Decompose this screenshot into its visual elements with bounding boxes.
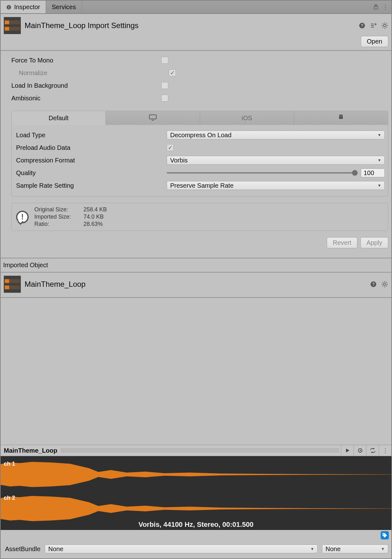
asset-label-icon[interactable] bbox=[381, 531, 389, 539]
platform-tab-default[interactable]: Default bbox=[12, 111, 106, 125]
imported-object-heading: Imported Object bbox=[1, 258, 391, 273]
tab-services[interactable]: Services bbox=[46, 1, 82, 13]
info-icon bbox=[6, 4, 12, 10]
svg-point-5 bbox=[383, 24, 386, 27]
compression-dropdown[interactable]: Vorbis ▼ bbox=[167, 156, 385, 165]
autoplay-button[interactable] bbox=[354, 445, 366, 456]
ratio-label: Ratio: bbox=[34, 221, 71, 227]
chevron-down-icon: ▼ bbox=[378, 158, 381, 162]
quality-label: Quality bbox=[16, 169, 164, 177]
svg-text:?: ? bbox=[372, 282, 375, 287]
assetbundle-label: AssetBundle bbox=[5, 545, 40, 553]
assetbundle-name-dropdown[interactable]: None ▼ bbox=[45, 544, 318, 553]
chevron-down-icon: ▼ bbox=[378, 183, 381, 188]
assetbundle-variant-dropdown[interactable]: None ▼ bbox=[322, 544, 388, 553]
gear-icon[interactable] bbox=[381, 281, 388, 288]
asset-bundle-row: AssetBundle None ▼ None ▼ bbox=[1, 541, 391, 558]
svg-marker-33 bbox=[360, 450, 361, 451]
open-button[interactable]: Open bbox=[361, 36, 388, 47]
loop-button[interactable] bbox=[366, 445, 379, 456]
waveform-preview: ch 1 ch 2 Vorbis, 44100 Hz, Stereo, 00:0… bbox=[1, 456, 391, 530]
channel-label: ch 1 bbox=[4, 461, 15, 467]
svg-line-12 bbox=[383, 27, 383, 28]
svg-text:?: ? bbox=[361, 23, 364, 28]
page-title: MainTheme_Loop Import Settings bbox=[25, 21, 139, 30]
import-options: Force To Mono Normalize Load In Backgrou… bbox=[1, 51, 391, 108]
apply-button[interactable]: Apply bbox=[360, 237, 388, 248]
chevron-down-icon: ▼ bbox=[378, 133, 381, 137]
svg-line-27 bbox=[383, 282, 383, 283]
load-in-background-checkbox[interactable] bbox=[161, 82, 168, 89]
channel-label: ch 2 bbox=[4, 495, 15, 501]
svg-point-17 bbox=[342, 116, 342, 116]
ambisonic-checkbox[interactable] bbox=[161, 95, 168, 102]
quality-value: 100 bbox=[364, 169, 374, 177]
svg-line-28 bbox=[386, 286, 387, 286]
samplerate-dropdown[interactable]: Preserve Sample Rate ▼ bbox=[167, 181, 385, 190]
compression-label: Compression Format bbox=[16, 157, 164, 164]
load-type-label: Load Type bbox=[16, 132, 164, 139]
svg-line-30 bbox=[386, 282, 387, 283]
tab-label: iOS bbox=[242, 115, 252, 122]
svg-marker-31 bbox=[346, 449, 349, 452]
dropdown-value: Decompress On Load bbox=[170, 132, 232, 139]
help-icon[interactable]: ? bbox=[370, 281, 377, 288]
asset-header: MainTheme_Loop Import Settings ? bbox=[1, 14, 391, 36]
samplerate-label: Sample Rate Setting bbox=[16, 182, 164, 189]
svg-line-11 bbox=[386, 27, 387, 28]
window-tab-bar: Inspector Services ⋮ bbox=[1, 1, 391, 14]
preload-label: Preload Audio Data bbox=[16, 144, 164, 151]
help-icon[interactable]: ? bbox=[359, 22, 366, 29]
svg-point-36 bbox=[383, 534, 384, 535]
svg-rect-1 bbox=[9, 7, 9, 9]
play-button[interactable] bbox=[341, 445, 354, 456]
svg-rect-2 bbox=[9, 6, 9, 7]
dropdown-value: None bbox=[326, 545, 341, 553]
preview-header: MainTheme_Loop ⋮ bbox=[1, 445, 391, 456]
preset-icon[interactable] bbox=[370, 22, 377, 29]
preview-menu-icon[interactable]: ⋮ bbox=[379, 445, 391, 456]
gear-icon[interactable] bbox=[381, 22, 388, 29]
imported-title: MainTheme_Loop bbox=[25, 280, 85, 289]
audio-thumb-icon bbox=[4, 17, 21, 34]
platform-tab-android[interactable] bbox=[294, 111, 388, 125]
size-info-box: ! Original Size: Imported Size: Ratio: 2… bbox=[11, 203, 388, 231]
dropdown-value: Vorbis bbox=[170, 157, 188, 164]
svg-point-16 bbox=[340, 116, 340, 116]
tab-label: Inspector bbox=[14, 3, 40, 11]
monitor-icon bbox=[149, 114, 157, 122]
audio-thumb-icon bbox=[4, 276, 21, 293]
chevron-down-icon: ▼ bbox=[381, 547, 385, 551]
preview-name: MainTheme_Loop bbox=[1, 447, 61, 454]
platform-tab-ios[interactable]: iOS bbox=[200, 111, 294, 125]
imported-size-label: Imported Size: bbox=[34, 214, 71, 220]
quality-slider[interactable] bbox=[167, 172, 358, 174]
normalize-checkbox bbox=[169, 69, 176, 76]
preload-checkbox[interactable] bbox=[167, 144, 174, 151]
lock-icon[interactable] bbox=[373, 4, 379, 10]
force-to-mono-checkbox[interactable] bbox=[161, 57, 168, 64]
svg-line-13 bbox=[386, 23, 387, 24]
ambisonic-label: Ambisonic bbox=[11, 95, 161, 102]
imported-header: MainTheme_Loop ? bbox=[1, 273, 391, 298]
context-menu-icon[interactable]: ⋮ bbox=[383, 4, 388, 10]
platform-tab-standalone[interactable] bbox=[106, 111, 200, 125]
tab-inspector[interactable]: Inspector bbox=[1, 1, 46, 13]
dropdown-value: None bbox=[48, 545, 63, 553]
tab-label: Default bbox=[49, 115, 68, 122]
android-icon bbox=[337, 114, 344, 122]
imported-size-value: 74.0 KB bbox=[84, 214, 107, 220]
info-bang-icon: ! bbox=[16, 211, 29, 223]
normalize-label: Normalize bbox=[19, 69, 169, 77]
tab-label: Services bbox=[52, 3, 76, 11]
dropdown-value: Preserve Sample Rate bbox=[170, 182, 233, 189]
svg-point-22 bbox=[383, 283, 386, 285]
revert-button[interactable]: Revert bbox=[327, 237, 357, 248]
load-in-background-label: Load In Background bbox=[11, 82, 161, 89]
wave-caption: Vorbis, 44100 Hz, Stereo, 00:01.500 bbox=[1, 521, 391, 529]
quality-input[interactable]: 100 bbox=[361, 168, 385, 177]
chevron-down-icon: ▼ bbox=[310, 547, 314, 551]
load-type-dropdown[interactable]: Decompress On Load ▼ bbox=[167, 131, 385, 139]
ratio-value: 28.63% bbox=[84, 221, 107, 227]
orig-size-value: 258.4 KB bbox=[84, 206, 107, 213]
